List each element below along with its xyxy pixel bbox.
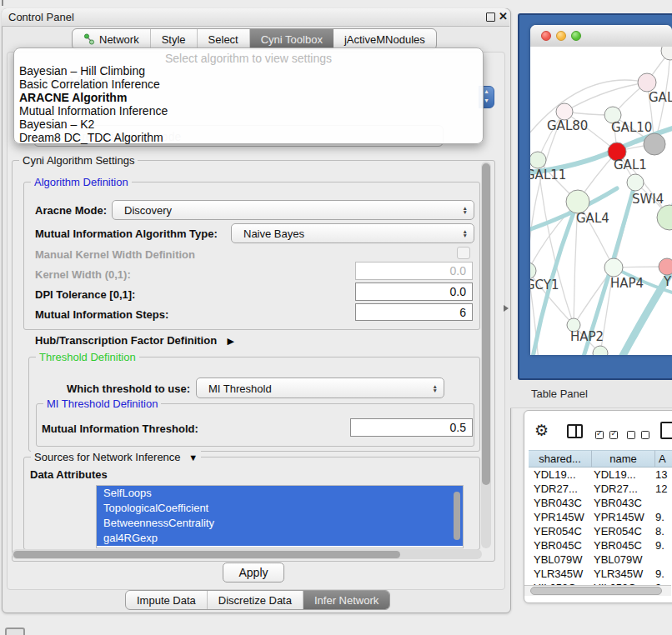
attribute-item-betweennesscentrality[interactable]: BetweennessCentrality [97,516,463,531]
tab-network-label: Network [99,33,139,46]
network-node[interactable] [604,258,623,277]
clipped-toolbar-icon[interactable] [5,628,25,635]
aracne-mode-label: Aracne Mode: [35,204,107,217]
algorithm-option-bayesian-k2[interactable]: Bayesian – K2 [19,118,476,131]
clipped-table-toolbar-icon[interactable] [660,422,672,439]
algorithm-dropdown-popup: Select algorithm to view settings Bayesi… [13,48,484,144]
svg-text:HAP2: HAP2 [570,329,604,344]
deselect-all-columns-icon[interactable] [627,428,649,442]
network-bundle-edges [530,126,672,355]
which-threshold-label: Which threshold to use: [67,382,190,395]
panel-splitter-handle[interactable] [504,305,509,312]
network-node[interactable] [530,262,536,279]
mi-algorithm-type-combobox[interactable]: Naive Bayes ▲▼ [231,223,474,243]
network-node[interactable] [657,205,672,230]
column-header-clipped[interactable]: A [655,450,672,468]
svg-text:GAL4: GAL4 [576,211,609,226]
settings-vscroll-thumb[interactable] [482,163,490,485]
table-panel-title: Table Panel [531,388,588,400]
dpi-tolerance-field[interactable]: 0.0 [355,282,473,301]
network-node[interactable] [644,133,665,155]
mi-threshold-definition-title: MI Threshold Definition [43,398,161,410]
tab-discretize-data[interactable]: Discretize Data [208,591,303,609]
settings-hscroll-thumb[interactable] [13,551,400,558]
svg-text:HAP4: HAP4 [610,276,644,291]
mi-threshold-label: Mutual Information Threshold: [42,422,198,435]
tab-cyni-toolbox[interactable]: Cyni Toolbox [250,29,333,49]
table-hscroll-thumb[interactable] [530,587,662,595]
mac-zoom-button[interactable] [571,31,581,41]
tab-select[interactable]: Select [198,29,250,49]
column-header-shared-name[interactable]: shared... [529,450,592,468]
collapsed-arrow-icon: ▶ [228,336,234,346]
algorithm-option-aracne[interactable]: ARACNE Algorithm [19,91,476,104]
aracne-mode-combobox[interactable]: Discovery ▲▼ [112,200,474,220]
algorithm-option-bayesian-hill-climbing[interactable]: Bayesian – Hill Climbing [19,64,476,78]
attributes-list-scrollbar[interactable] [454,492,460,540]
hub-definition-label: Hub/Transcription Factor Definition [35,334,217,347]
manual-kernel-width-checkbox[interactable] [457,247,470,259]
network-icon [83,33,95,45]
apply-button[interactable]: Apply [223,562,284,582]
select-all-columns-icon[interactable]: ✓ ✓ [595,428,618,442]
tab-infer-network[interactable]: Infer Network [303,591,389,609]
mi-steps-label: Mutual Information Steps: [35,308,168,321]
manual-kernel-width-label: Manual Kernel Width Definition [35,248,195,261]
tab-impute-data[interactable]: Impute Data [126,591,208,609]
svg-text:GAL11: GAL11 [530,168,566,182]
svg-text:SWI4: SWI4 [632,192,664,207]
network-node[interactable] [661,47,672,60]
network-canvas[interactable]: GAL GAL80 GAL10 GAL1 GAL11 SWI4 GAL4 GCY… [530,47,672,355]
combo-stepper-icon: ▲▼ [433,384,438,392]
columns-icon[interactable] [567,424,583,438]
dpi-tolerance-label: DPI Tolerance [0,1]: [35,288,135,301]
kernel-width-field[interactable]: 0.0 [355,262,473,280]
svg-text:GAL80: GAL80 [547,118,588,133]
network-node[interactable] [659,258,672,275]
data-attributes-list: SelfLoops TopologicalCoefficient Between… [96,485,464,548]
network-node[interactable] [530,152,546,168]
cyni-algorithm-settings-title: Cyni Algorithm Settings [19,154,138,167]
algorithm-option-basic-correlation[interactable]: Basic Correlation Inference [19,78,476,91]
tab-network[interactable]: Network [73,29,151,49]
mac-close-button[interactable] [541,31,551,41]
attribute-item-gal4rgexp[interactable]: gal4RGexp [97,531,463,546]
float-window-icon[interactable] [486,12,495,22]
dpi-tolerance-value: 0.0 [450,285,466,298]
svg-text:GAL10: GAL10 [611,120,652,135]
table-rows: YDL19...YDL19...13 YDR27...YDR27...12 YB… [524,468,672,585]
which-threshold-value: MI Threshold [208,382,272,394]
network-node[interactable] [638,73,656,92]
mi-threshold-field[interactable]: 0.5 [350,418,473,437]
sources-group-title[interactable]: Sources for Network Inference ▼ [31,451,201,464]
control-panel-titlebar[interactable] [2,8,509,27]
cyni-bottom-tabs: Impute Data Discretize Data Infer Networ… [125,590,390,610]
network-node[interactable] [627,174,644,191]
tab-jactivemnodules[interactable]: jActiveMNodules [333,29,436,49]
expanded-arrow-icon: ▼ [188,452,198,462]
svg-text:GAL1: GAL1 [614,158,647,172]
column-header-name[interactable]: name [592,450,655,468]
gear-icon[interactable]: ⚙ [534,421,549,440]
kernel-width-value: 0.0 [450,264,466,278]
mac-minimize-button[interactable] [556,31,566,41]
data-attributes-label: Data Attributes [30,468,108,481]
mi-algorithm-type-label: Mutual Information Algorithm Type: [35,228,218,240]
mi-steps-field[interactable]: 6 [355,303,473,321]
algorithm-dropdown-placeholder: Select algorithm to view settings [14,52,483,65]
algorithm-option-dream8[interactable]: Dream8 DC_TDC Algorithm [19,131,476,144]
attribute-item-topologicalcoefficient[interactable]: TopologicalCoefficient [97,501,463,516]
tab-style[interactable]: Style [151,29,198,49]
network-node[interactable] [593,346,608,355]
attribute-item-selfloops[interactable]: SelfLoops [97,486,463,501]
hub-definition-expander[interactable]: Hub/Transcription Factor Definition ▶ [35,332,234,348]
aracne-mode-value: Discovery [124,204,172,217]
screen: { "icons": { "close": "✕", "stepper_up":… [0,0,672,635]
algorithm-definition-title: Algorithm Definition [31,176,132,188]
network-window-titlebar[interactable] [530,25,672,48]
close-icon[interactable]: ✕ [499,10,508,22]
which-threshold-combobox[interactable]: MI Threshold ▲▼ [196,378,444,398]
network-node[interactable] [566,190,589,213]
algorithm-option-mutual-information[interactable]: Mutual Information Inference [19,104,476,118]
network-node[interactable] [556,103,573,120]
